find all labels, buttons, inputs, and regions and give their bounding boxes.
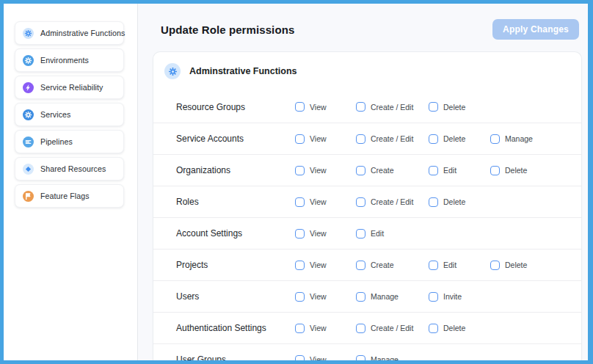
checkbox-create[interactable] [356, 261, 365, 270]
checkbox-label: Create / Edit [371, 197, 413, 206]
checkbox-view[interactable] [295, 355, 305, 361]
permission-option-view: View [295, 197, 356, 207]
permission-option-create: Create [356, 166, 429, 175]
checkbox-label: Create / Edit [371, 324, 413, 332]
permission-row-label: Roles [176, 197, 295, 207]
checkbox-delete[interactable] [429, 324, 438, 333]
permissions-card: Adminstrative Functions Resource Groups … [153, 51, 582, 360]
checkbox-invite[interactable] [429, 292, 438, 302]
checkbox-create-edit[interactable] [356, 324, 365, 333]
checkbox-label: Create [371, 261, 394, 269]
checkbox-view[interactable] [295, 102, 305, 112]
app-window: Adminstrative Functions Environments Ser… [0, 0, 593, 364]
checkbox-label: Create / Edit [371, 103, 413, 112]
permissions-card-header: Adminstrative Functions [153, 52, 581, 91]
checkbox-label: Create / Edit [371, 134, 413, 143]
sidebar-item-adminstrative-functions[interactable]: Adminstrative Functions [15, 21, 124, 45]
permission-row-label: Authentication Settings [176, 323, 295, 333]
checkbox-label: Create [371, 166, 394, 175]
checkbox-label: Edit [443, 261, 456, 269]
sidebar-item-services[interactable]: Services [15, 103, 124, 126]
checkbox-label: View [310, 324, 327, 332]
checkbox-create[interactable] [356, 166, 365, 175]
checkbox-edit[interactable] [429, 261, 438, 270]
permission-option-view: View [295, 134, 356, 144]
permission-row-account-settings: Account Settings View Edit [153, 217, 581, 249]
checkbox-label: Delete [443, 103, 465, 112]
permission-option-delete: Delete [490, 166, 574, 175]
gear-icon [164, 63, 181, 79]
apply-changes-button[interactable]: Apply Changes [492, 19, 579, 40]
permission-row-authentication-settings: Authentication Settings View Create / Ed… [153, 312, 581, 343]
checkbox-create-edit[interactable] [356, 134, 365, 144]
permission-option-manage: Manage [356, 292, 429, 302]
permission-row-projects: Projects View Create Edit Delete [153, 249, 581, 280]
permission-option-manage: Manage [356, 355, 429, 361]
permission-row-label: Account Settings [176, 228, 295, 239]
checkbox-label: Delete [443, 134, 465, 143]
checkbox-manage[interactable] [356, 355, 365, 361]
permission-option-delete: Delete [429, 324, 490, 333]
sidebar-item-label: Shared Resources [40, 164, 106, 173]
main-header: Update Role permissions Apply Changes [138, 4, 588, 40]
checkbox-label: Manage [371, 355, 399, 360]
checkbox-view[interactable] [295, 324, 305, 333]
checkbox-view[interactable] [295, 229, 305, 239]
checkbox-label: Invite [443, 292, 462, 301]
checkbox-manage[interactable] [490, 134, 500, 144]
gear-icon [23, 55, 34, 66]
checkbox-delete[interactable] [429, 197, 438, 207]
checkbox-delete[interactable] [429, 134, 438, 144]
permission-option-view: View [295, 166, 356, 175]
checkbox-view[interactable] [295, 292, 305, 302]
permission-row-service-accounts: Service Accounts View Create / Edit Dele… [153, 123, 581, 154]
checkbox-edit[interactable] [429, 166, 438, 175]
permission-option-view: View [295, 355, 356, 361]
checkbox-view[interactable] [295, 166, 305, 175]
sidebar-item-label: Services [40, 110, 70, 119]
sidebar-item-service-reliability[interactable]: Service Reliability [15, 76, 124, 99]
checkbox-create-edit[interactable] [356, 102, 365, 112]
sidebar-nav: Adminstrative Functions Environments Ser… [4, 4, 138, 360]
sidebar-item-environments[interactable]: Environments [15, 48, 124, 72]
permission-row-label: Resource Groups [176, 102, 295, 112]
permission-option-edit: Edit [356, 229, 429, 239]
sidebar-item-feature-flags[interactable]: Feature Flags [15, 184, 124, 208]
checkbox-label: Delete [505, 261, 527, 269]
checkbox-manage[interactable] [356, 292, 365, 302]
checkbox-create-edit[interactable] [356, 197, 365, 207]
checkbox-label: Delete [443, 197, 465, 206]
permission-option-edit: Edit [429, 261, 490, 270]
sidebar-item-label: Service Reliability [40, 83, 103, 92]
checkbox-view[interactable] [295, 134, 305, 144]
permission-row-label: Service Accounts [176, 134, 295, 144]
checkbox-label: Delete [505, 166, 527, 175]
checkbox-delete[interactable] [429, 102, 438, 112]
permission-option-create-edit: Create / Edit [356, 197, 429, 207]
permission-option-view: View [295, 102, 356, 112]
permission-option-manage: Manage [490, 134, 574, 144]
permission-option-invite: Invite [429, 292, 490, 302]
permission-row-label: Organizations [176, 165, 295, 175]
permission-option-create-edit: Create / Edit [356, 134, 429, 144]
pipeline-icon [23, 136, 34, 148]
checkbox-view[interactable] [295, 197, 305, 207]
permission-row-label: Users [176, 291, 295, 302]
checkbox-label: View [310, 134, 327, 143]
permission-option-create-edit: Create / Edit [356, 102, 429, 112]
sidebar-item-shared-resources[interactable]: Shared Resources [15, 157, 124, 181]
checkbox-delete[interactable] [490, 166, 500, 175]
permission-row-roles: Roles View Create / Edit Delete [153, 186, 581, 217]
checkbox-delete[interactable] [490, 261, 500, 270]
permission-option-delete: Delete [429, 134, 490, 144]
permission-option-delete: Delete [429, 197, 490, 207]
sidebar-item-pipelines[interactable]: Pipelines [15, 130, 124, 153]
permissions-card-title: Adminstrative Functions [189, 66, 297, 76]
checkbox-edit[interactable] [356, 229, 365, 239]
permission-option-delete: Delete [490, 261, 574, 270]
checkbox-label: Manage [505, 134, 533, 143]
sidebar-item-label: Pipelines [40, 137, 73, 146]
checkbox-label: View [310, 103, 327, 112]
checkbox-view[interactable] [295, 261, 305, 270]
permissions-rows: Resource Groups View Create / Edit Delet… [153, 91, 581, 360]
